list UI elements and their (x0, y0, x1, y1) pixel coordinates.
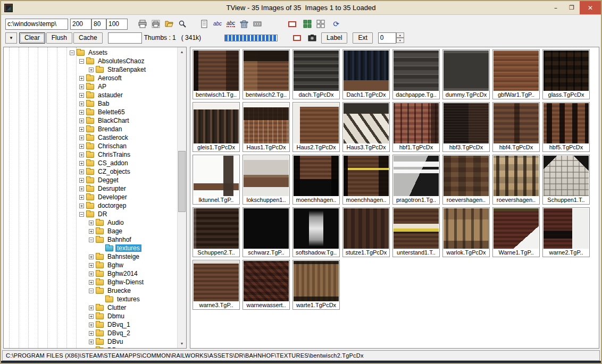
page-button[interactable] (198, 18, 211, 30)
tree-item-castlerock[interactable]: +Castlerock (4, 133, 177, 142)
thumbnail-image[interactable] (194, 50, 239, 91)
tree-item-label[interactable]: ChrisTrains (96, 151, 132, 158)
tree-item-bghw2014[interactable]: +Bghw2014 (4, 269, 177, 278)
thumb-width-input[interactable] (70, 19, 91, 30)
tree-item-audio[interactable]: +Audio (4, 218, 177, 227)
label-button[interactable]: Label (321, 32, 347, 44)
thumbnail-card[interactable]: Warne1.TgP.. (492, 207, 540, 257)
thumbnail-card[interactable]: roevershagen.. (442, 155, 490, 205)
expand-plus-icon[interactable]: + (89, 280, 94, 285)
tree-item-cz_objects[interactable]: +CZ_objects (4, 167, 177, 176)
tree-item-label[interactable]: DBvu (106, 338, 124, 345)
tree-item-label[interactable]: Desrupter (96, 185, 128, 192)
red-frame-button[interactable] (286, 18, 298, 30)
tree-item-label[interactable]: Belette65 (96, 108, 127, 116)
tree-item-desrupter[interactable]: +Desrupter (4, 184, 177, 193)
tree-item-straßenpaket[interactable]: +Straßenpaket (4, 65, 177, 74)
tree-item-label[interactable]: textures (115, 295, 141, 303)
thumbnail-card[interactable]: hbf1.TgPcDx (392, 102, 440, 152)
abc-caption-button[interactable]: abc (211, 18, 224, 30)
tree-item-label[interactable]: Castlerock (96, 134, 130, 141)
flush-button[interactable]: Flush (46, 32, 72, 44)
collapse-minus-icon[interactable]: − (79, 59, 84, 64)
print-preview-button[interactable] (149, 18, 162, 30)
tree-item-textures[interactable]: textures (4, 244, 177, 252)
expand-plus-icon[interactable]: + (79, 178, 84, 183)
tree-item-dbvq_2[interactable]: +DBvq_2 (4, 329, 177, 337)
expand-plus-icon[interactable]: + (79, 84, 84, 89)
thumbnail-card[interactable]: dachpappe.Tg.. (392, 49, 440, 99)
tree-item-label[interactable]: DR (96, 210, 108, 218)
collapse-minus-icon[interactable]: − (79, 212, 84, 217)
thumbnail-card[interactable]: Haus2.TgPcDx (292, 102, 340, 152)
thumbnail-image[interactable] (344, 208, 389, 249)
thumb-height-input[interactable] (106, 19, 128, 30)
thumbnail-image[interactable] (244, 208, 289, 249)
tree-item-bghw[interactable]: +Bghw (4, 261, 177, 269)
tree-item-label[interactable]: Clutter (106, 304, 128, 311)
expand-plus-icon[interactable]: + (89, 255, 94, 259)
tree-item-brendan[interactable]: +Brendan (4, 125, 177, 133)
thumbnail-image[interactable] (394, 156, 439, 196)
thumbnail-card[interactable]: Schuppen2.T.. (193, 207, 240, 257)
thumbnail-image[interactable] (194, 156, 239, 196)
thumbnail-image[interactable] (194, 261, 239, 301)
minimize-button[interactable]: – (548, 1, 564, 14)
expand-plus-icon[interactable]: + (89, 314, 94, 319)
tree-item-label[interactable]: Bage (106, 227, 124, 235)
tree-item-label[interactable]: Chrischan (96, 142, 128, 150)
tree-item-degget[interactable]: +Degget (4, 176, 177, 184)
expand-plus-icon[interactable]: + (89, 323, 94, 327)
tree-item-label[interactable]: astauder (96, 91, 124, 99)
tree-item-label[interactable]: Bahnhof (106, 236, 133, 243)
thumbnail-card[interactable]: hbf3.TgPcDx (442, 102, 490, 152)
expand-plus-icon[interactable]: + (89, 340, 94, 344)
path-input[interactable] (5, 19, 68, 30)
tree-item-dbmu[interactable]: +Dbmu (4, 312, 177, 320)
thumbnail-image[interactable] (294, 103, 339, 143)
tree-item-label[interactable]: Bahnsteige (106, 253, 141, 260)
tree-item-assets[interactable]: −Assets (4, 48, 177, 57)
tree-item-label[interactable]: CZ_objects (96, 168, 132, 175)
thumbnail-image[interactable] (444, 103, 489, 143)
tree-item-bab[interactable]: +Bab (4, 99, 177, 108)
thumbnail-image[interactable] (244, 50, 289, 91)
abc-spellcheck-button[interactable]: abc (224, 18, 237, 30)
thumbnail-image[interactable] (344, 156, 389, 196)
tree-item-label[interactable]: Aerosoft (96, 74, 123, 82)
tree-item-label[interactable]: AP (96, 83, 108, 90)
tree-item-label[interactable]: Brendan (96, 125, 123, 133)
thumbnail-image[interactable] (244, 156, 289, 196)
expand-plus-icon[interactable]: + (79, 118, 84, 123)
thumbnail-card[interactable]: moenchhagen.. (342, 155, 390, 205)
expand-plus-icon[interactable]: + (79, 110, 84, 115)
expand-plus-icon[interactable]: + (79, 195, 84, 200)
thumbnail-image[interactable] (294, 208, 339, 249)
thumbnail-card[interactable]: Dach1.TgPcDx (342, 49, 390, 99)
tree-item-developer[interactable]: +Developer (4, 193, 177, 201)
thumbnail-card[interactable]: unterstand1.T.. (392, 207, 440, 257)
tree-scrollbar[interactable]: ▲ ▼ (177, 47, 186, 348)
thumbnail-image[interactable] (194, 208, 239, 249)
tree-item-bahnsteige[interactable]: +Bahnsteige (4, 252, 177, 261)
thumbnail-card[interactable]: warne3.TgP.. (193, 260, 240, 310)
thumbnail-image[interactable] (494, 50, 539, 91)
tree-item-dr[interactable]: −DR (4, 210, 177, 218)
thumbnail-card[interactable]: bentwisch1.Tg.. (193, 49, 240, 99)
expand-plus-icon[interactable]: + (79, 204, 84, 208)
thumbnail-card[interactable]: gbfWar1.TgP.. (492, 49, 540, 99)
spinner-input[interactable] (378, 32, 396, 44)
thumbnail-card[interactable]: warnewassert.. (243, 260, 290, 310)
expand-plus-icon[interactable]: + (79, 93, 84, 98)
tree-item-cs_addon[interactable]: +CS_addon (4, 159, 177, 167)
tree-item-label[interactable]: Bab (96, 100, 111, 107)
thumbnail-card[interactable]: dummy.TgPcDx (442, 49, 490, 99)
thumbnail-card[interactable]: Haus1.TgPcDx (243, 102, 290, 152)
tree-item-chrischan[interactable]: +Chrischan (4, 142, 177, 150)
thumbnail-card[interactable]: gleis1.TgPcDx (193, 102, 240, 152)
thumbnail-image[interactable] (444, 50, 489, 91)
expand-plus-icon[interactable]: + (79, 136, 84, 140)
tree-item-label[interactable]: DBvq_2 (106, 329, 132, 337)
scrollbar-thumb[interactable] (178, 151, 186, 212)
tree-item-clutter[interactable]: +Clutter (4, 303, 177, 312)
